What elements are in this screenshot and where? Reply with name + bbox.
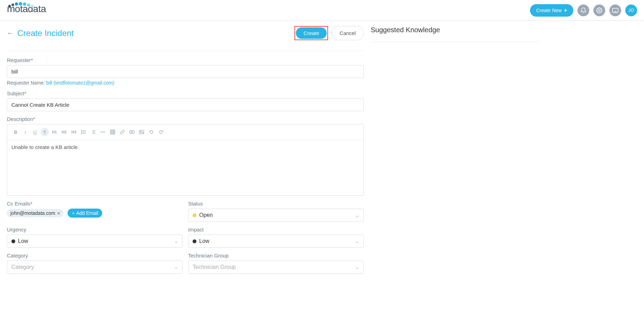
svg-point-15 (81, 132, 82, 132)
notifications-button[interactable] (577, 5, 589, 16)
requester-input[interactable] (7, 65, 364, 78)
cc-email-chip: john@motadata.com × (7, 209, 63, 217)
avatar-initials: JO (628, 8, 634, 13)
svg-point-0 (599, 9, 600, 11)
rich-text-editor: B I U ¶ H1 H2 H3 (7, 124, 364, 196)
create-new-label: Create New (536, 8, 562, 13)
chevron-down-icon: ⌄ (355, 213, 359, 218)
settings-button[interactable] (593, 5, 605, 16)
paragraph-button[interactable]: ¶ (41, 128, 49, 136)
image-icon (139, 130, 144, 134)
category-label: Category (7, 253, 183, 258)
redo-button[interactable] (157, 128, 165, 136)
top-bar: motadata Create New + JO (0, 0, 644, 21)
status-select[interactable]: Open ⌄ (188, 209, 364, 222)
link-icon (120, 130, 125, 134)
chevron-down-icon: ⌄ (355, 265, 359, 270)
chevron-down-icon: ⌄ (174, 239, 178, 244)
subject-label: Subject* (7, 90, 364, 96)
ordered-list-icon (91, 130, 96, 134)
video-icon (130, 130, 134, 134)
description-editor[interactable]: Unable to create a KB article. (7, 140, 363, 195)
cc-emails-group: Cc Emails* john@motadata.com × + Add Ema… (7, 201, 183, 218)
add-email-button[interactable]: + Add Email (68, 209, 102, 218)
impact-dot-icon (193, 239, 196, 243)
status-label: Status (188, 201, 364, 207)
techgroup-label: Technician Group (188, 253, 364, 258)
create-highlight-box: Create (294, 26, 328, 40)
side-panel: Suggested Knowledge (371, 26, 540, 279)
gear-icon (596, 7, 602, 14)
video-button[interactable] (128, 128, 136, 136)
category-select[interactable]: Category ⌄ (7, 261, 183, 274)
divider (371, 42, 540, 42)
suggested-knowledge-title: Suggested Knowledge (371, 26, 540, 34)
cc-emails-label: Cc Emails* (7, 201, 183, 207)
techgroup-group: Technician Group Technician Group ⌄ (188, 253, 364, 274)
underline-button[interactable]: U (31, 128, 39, 136)
link-button[interactable] (118, 128, 126, 136)
urgency-select[interactable]: Low ⌄ (7, 235, 183, 248)
chevron-down-icon: ⌄ (355, 239, 359, 244)
h2-button[interactable]: H2 (60, 128, 68, 136)
requester-helper: Requester Name: bill (testflotomate1@gma… (7, 80, 364, 86)
topbar-right: Create New + JO (530, 4, 637, 17)
hr-button[interactable] (99, 128, 107, 136)
keyboard-icon (612, 8, 618, 13)
description-label: Description* (7, 116, 364, 122)
requester-group: Requester* Requester Name: bill (testflo… (7, 57, 364, 86)
urgency-dot-icon (11, 239, 15, 243)
subject-group: Subject* (7, 90, 364, 111)
table-button[interactable] (108, 128, 117, 136)
keyboard-button[interactable] (609, 5, 621, 16)
requester-label: Requester* (7, 57, 364, 63)
description-group: Description* B I U ¶ H1 H2 H3 (7, 116, 364, 196)
urgency-group: Urgency Low ⌄ (7, 227, 183, 248)
italic-button[interactable]: I (21, 128, 29, 136)
plus-icon: + (72, 210, 74, 216)
category-group: Category Category ⌄ (7, 253, 183, 274)
impact-select[interactable]: Low ⌄ (188, 235, 364, 248)
svg-point-16 (81, 133, 82, 134)
bullet-list-button[interactable] (79, 128, 88, 136)
page-title: Create Incident (17, 28, 74, 38)
status-dot-icon (193, 213, 196, 217)
svg-rect-21 (111, 130, 115, 134)
subject-input[interactable] (7, 98, 364, 111)
chevron-down-icon: ⌄ (174, 265, 178, 270)
h1-button[interactable]: H1 (50, 128, 59, 136)
ordered-list-button[interactable] (89, 128, 97, 136)
undo-button[interactable] (147, 128, 156, 136)
create-button[interactable]: Create (296, 27, 327, 39)
bold-button[interactable]: B (11, 128, 20, 136)
bullet-list-icon (81, 130, 86, 134)
impact-label: Impact (188, 227, 364, 232)
avatar[interactable]: JO (625, 5, 637, 16)
create-new-button[interactable]: Create New + (530, 4, 573, 17)
requester-name-link[interactable]: bill (testflotomate1@gmail.com) (46, 80, 114, 86)
impact-group: Impact Low ⌄ (188, 227, 364, 248)
image-button[interactable] (138, 128, 146, 136)
redo-icon (159, 130, 164, 134)
hr-icon (100, 132, 105, 132)
svg-marker-27 (131, 131, 133, 133)
techgroup-select[interactable]: Technician Group ⌄ (188, 261, 364, 274)
page-header: ← Create Incident Create Cancel (7, 26, 364, 51)
editor-toolbar: B I U ¶ H1 H2 H3 (7, 124, 363, 140)
back-arrow[interactable]: ← (7, 29, 14, 37)
bell-icon (580, 7, 586, 14)
status-group: Status Open ⌄ (188, 201, 364, 222)
svg-point-14 (81, 130, 82, 131)
undo-icon (149, 130, 154, 134)
form-area: ← Create Incident Create Cancel Requeste… (7, 26, 364, 279)
plus-icon: + (564, 7, 567, 14)
logo: motadata (7, 6, 46, 15)
cancel-button[interactable]: Cancel (332, 26, 364, 40)
urgency-label: Urgency (7, 227, 183, 232)
table-icon (110, 130, 115, 134)
chip-remove-button[interactable]: × (57, 211, 60, 216)
h3-button[interactable]: H3 (70, 128, 78, 136)
